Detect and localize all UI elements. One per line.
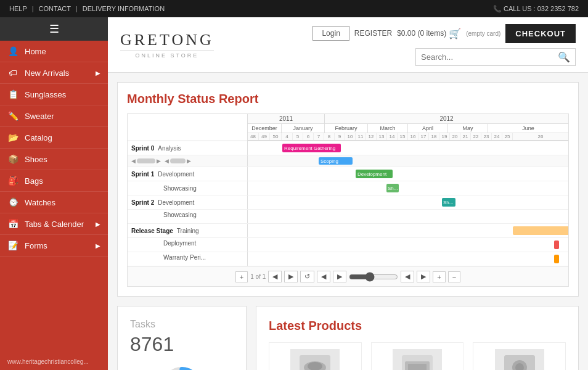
gantt-container: 2011 2012 December January February Marc… — [127, 113, 569, 287]
bags-icon: 🎒 — [7, 176, 18, 186]
month-april: April — [408, 124, 448, 133]
year-2011: 2011 — [248, 114, 325, 123]
checkout-button[interactable]: CHECKOUT — [505, 24, 576, 43]
donut-chart — [157, 362, 206, 370]
search-icon[interactable]: 🔍 — [558, 51, 570, 63]
tasks-donut: 25% — [157, 362, 206, 370]
products-title: Latest Products — [269, 319, 566, 333]
register-link[interactable]: REGISTER — [354, 29, 392, 38]
tasks-title: Tasks — [130, 319, 234, 330]
gantt-zoom-out-btn[interactable]: − — [448, 271, 460, 282]
products-grid — [269, 342, 566, 370]
bar-sprint1-dev: Development — [356, 170, 393, 178]
bar-warranty — [554, 255, 559, 263]
logo-sub: ONLINE STORE — [120, 51, 214, 59]
cart-info: $0.00 (0 items) 🛒 — [397, 28, 461, 39]
sidebar-item-sweater[interactable]: ✏️ Sweater — [0, 105, 108, 127]
delivery-link[interactable]: DELIVERY INFORMATION — [83, 5, 165, 12]
bar-deployment — [554, 240, 559, 249]
bottom-row: Tasks 8761 25% Latest Products — [117, 306, 579, 370]
gantt-zoom-slider[interactable] — [349, 272, 398, 282]
hamburger-icon: ☰ — [49, 22, 59, 36]
year-2012: 2012 — [325, 114, 568, 123]
product-card-2[interactable] — [371, 342, 464, 370]
header-actions: Login REGISTER $0.00 (0 items) 🛒 (empty … — [312, 24, 576, 43]
latest-products: Latest Products — [256, 306, 579, 370]
tasks-widget: Tasks 8761 25% — [117, 306, 247, 370]
hamburger-button[interactable]: ☰ — [0, 17, 108, 41]
sidebar-item-watches[interactable]: ⌚ Watches — [0, 192, 108, 213]
sidebar-item-home[interactable]: 👤 Home — [0, 41, 108, 62]
sweater-icon: ✏️ — [7, 111, 18, 121]
gantt-row-warranty: Warranty Peri... — [128, 252, 568, 266]
gantt-row-sprint2-dev: Sprint 2 Development Sh... — [128, 195, 568, 210]
sidebar-item-tabs-calendar[interactable]: 📅 Tabs & Calender ▶ — [0, 213, 108, 235]
chevron-icon: ▶ — [96, 70, 100, 76]
help-link[interactable]: HELP — [9, 5, 27, 12]
login-button[interactable]: Login — [312, 26, 349, 41]
calendar-icon: 📅 — [7, 219, 18, 229]
gantt-controls: + 1 of 1 ◀ ▶ ↺ ◀ ▶ ◀ ▶ + − — [128, 266, 568, 286]
month-may: May — [448, 124, 488, 133]
sidebar-item-catalog[interactable]: 📂 Catalog — [0, 127, 108, 149]
product-image-2 — [393, 349, 442, 370]
sidebar: ☰ 👤 Home 🏷 New Arrivals ▶ 📋 Sunglasses ✏… — [0, 17, 108, 370]
gantt-left-btn[interactable]: ◀ — [317, 271, 330, 282]
product-card-3[interactable] — [473, 342, 566, 370]
gantt-row-sprint0: Sprint 0 Analysis Requirement Gathering — [128, 141, 568, 155]
bar-sprint2-dev: Sh... — [442, 198, 455, 207]
top-bar-links: HELP | CONTACT | DELIVERY INFORMATION — [9, 5, 165, 12]
search-bar: 🔍 — [415, 48, 576, 66]
sprint0-label: Sprint 0 Analysis — [128, 141, 248, 155]
gantt-page-info: 1 of 1 — [250, 273, 266, 280]
gantt-zoom-in-btn[interactable]: + — [433, 271, 445, 282]
gantt-collapse-btn[interactable]: ▶ — [417, 271, 430, 282]
gantt-scroll-row: ◀ ▶ ◀ ▶ Scoping — [128, 155, 568, 167]
gantt-row-sprint1-dev: Sprint 1 Development Development — [128, 167, 568, 181]
home-icon: 👤 — [7, 46, 18, 56]
gantt-row-sprint2-show: Showcasing — [128, 210, 568, 224]
search-input[interactable] — [421, 52, 558, 62]
gantt-row-training: Release Stage Training Training — [128, 224, 568, 238]
catalog-icon: 📂 — [7, 133, 18, 142]
gantt-right-btn[interactable]: ▶ — [333, 271, 346, 282]
cart-sub: (empty card) — [466, 30, 500, 37]
gantt-section: Monthly Status Report 2011 2012 — [117, 82, 579, 297]
main-content: Monthly Status Report 2011 2012 — [108, 73, 588, 370]
new-arrivals-icon: 🏷 — [7, 68, 18, 78]
top-bar: HELP | CONTACT | DELIVERY INFORMATION 📞 … — [0, 0, 588, 17]
month-june: June — [488, 124, 568, 133]
chevron-icon-2: ▶ — [96, 221, 100, 228]
bar-scoping: Scoping — [319, 157, 353, 165]
month-march: March — [368, 124, 408, 133]
gantt-refresh-btn[interactable]: ↺ — [300, 271, 314, 282]
shoes-icon: 📦 — [7, 154, 18, 164]
product-card-1[interactable] — [269, 342, 362, 370]
sidebar-item-new-arrivals[interactable]: 🏷 New Arrivals ▶ — [0, 62, 108, 84]
contact-link[interactable]: CONTACT — [39, 5, 71, 12]
main-layout: ☰ 👤 Home 🏷 New Arrivals ▶ 📋 Sunglasses ✏… — [0, 17, 588, 370]
gantt-next-btn[interactable]: ▶ — [284, 271, 298, 282]
content-area: GRETONG ONLINE STORE Login REGISTER $0.0… — [108, 17, 588, 370]
gantt-add-btn[interactable]: + — [235, 271, 248, 282]
sidebar-item-forms[interactable]: 📝 Forms ▶ — [0, 235, 108, 257]
cart-icon[interactable]: 🛒 — [449, 28, 461, 39]
gantt-row-deployment: Deployment — [128, 238, 568, 252]
header-right: Login REGISTER $0.00 (0 items) 🛒 (empty … — [312, 24, 576, 66]
gantt-prev-btn[interactable]: ◀ — [268, 271, 282, 282]
tasks-number: 8761 — [130, 333, 234, 356]
gantt-title: Monthly Status Report — [127, 92, 569, 106]
sidebar-item-sunglasses[interactable]: 📋 Sunglasses — [0, 84, 108, 105]
gantt-row-sprint1-show: Showcasing Sh... — [128, 181, 568, 195]
product-image-1 — [290, 349, 340, 370]
forms-icon: 📝 — [7, 240, 18, 250]
sidebar-item-shoes[interactable]: 📦 Shoes — [0, 149, 108, 170]
product-image-3 — [495, 349, 544, 370]
gantt-expand-btn[interactable]: ◀ — [401, 271, 414, 282]
sidebar-item-bags[interactable]: 🎒 Bags — [0, 170, 108, 192]
watches-icon: ⌚ — [7, 197, 18, 207]
bar-training: Training — [513, 226, 569, 235]
month-january: January — [282, 124, 325, 133]
sunglasses-icon: 📋 — [7, 89, 18, 99]
call-us: 📞 CALL US : 032 2352 782 — [493, 5, 579, 13]
